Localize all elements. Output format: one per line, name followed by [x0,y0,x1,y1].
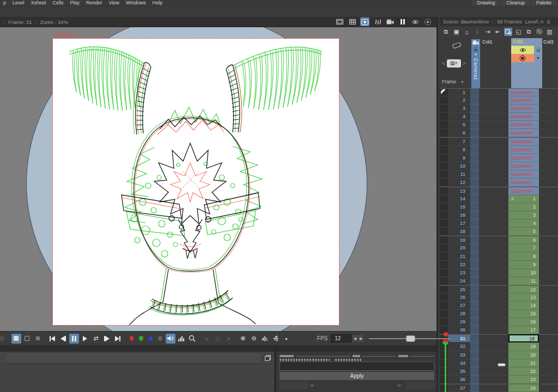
xsheet-row[interactable]: 12Daumenk~ [440,179,558,187]
cell[interactable]: Daumenk~ [508,137,539,145]
xsheet-row[interactable]: 2916 [440,318,558,326]
xsheet-row[interactable]: 6Daumenk~ [440,129,558,137]
frame-number[interactable]: 5 [448,121,470,129]
xsheet-row[interactable]: 8Daumenk~ [440,146,558,154]
previous-frame-button[interactable] [58,334,68,344]
freeze-icon[interactable] [373,17,382,26]
xsheet-row[interactable]: 3Daumenk~ [440,105,558,113]
new-level-button[interactable]: ▤+ [447,59,461,68]
frame-number[interactable]: 22 [448,261,470,269]
xsheet-row[interactable]: 2815 [440,310,558,318]
xsheet-title-bar[interactable]: Scene: daumenkino :: 58 Frames Level: A … [440,17,558,26]
bottom-left-panel-header[interactable] [4,352,262,363]
cell[interactable]: 18 [508,334,539,342]
settings-gear-icon[interactable] [0,334,7,344]
cell[interactable]: 14 [508,302,539,310]
menu-item-windows[interactable]: Windows [123,0,149,6]
xsheet-row[interactable]: 1Daumenk~ [440,88,558,96]
next-marker-button[interactable]: > [223,334,233,344]
first-frame-button[interactable] [47,334,57,344]
room-tab-palette[interactable]: Palette [530,0,557,6]
xsheet-row[interactable]: 2714 [440,302,558,310]
xsheet-rows[interactable]: 1Daumenk~2Daumenk~3Daumenk~4Daumenk~5Dau… [440,88,558,392]
menu-item-render[interactable]: Render [83,0,106,6]
frame-number[interactable]: 33 [448,351,470,359]
fps-increment-button[interactable]: ▶ [359,335,363,342]
xsheet-row[interactable]: 3017 [440,326,558,334]
frame-number[interactable]: 32 [448,342,470,351]
cell-drag-handle[interactable] [498,363,506,366]
frame-number[interactable]: 20 [448,244,470,252]
cell[interactable]: 7 [508,244,539,252]
chevron-down-icon[interactable]: ▼ [474,53,477,56]
cell[interactable]: 23 [508,376,539,384]
frame-header[interactable]: Frame ▼ [442,77,471,86]
cell[interactable]: Daumenk~ [508,179,539,187]
menu-item-help[interactable]: Help [149,0,166,6]
frame-number[interactable]: 9 [448,154,470,162]
xsheet-row[interactable]: 185 [440,228,558,236]
xsheet-row[interactable]: 3522 [440,367,558,376]
cell[interactable]: Daumenk~ [508,88,539,96]
frame-number[interactable]: 4 [448,113,470,121]
camera-icon[interactable] [385,17,395,26]
cell[interactable]: 4 [508,219,539,228]
room-tab-drawing[interactable]: Drawing [471,0,500,6]
frame-number[interactable]: 1 [448,88,470,96]
menu-item-truncated[interactable]: p [0,0,9,6]
cell[interactable]: Daumenk~ [508,170,539,179]
frame-number[interactable]: 15 [448,203,470,211]
frame-number[interactable]: 35 [448,367,470,376]
blue-channel-button[interactable] [149,336,153,341]
green-channel-button[interactable] [139,336,143,341]
xsheet-row[interactable]: 3219 [440,342,558,351]
cell[interactable]: 16 [508,318,539,326]
viewer-title-bar[interactable]: :: Frame: 31 :: Zoom : 34% [0,17,436,27]
new-raster-level-icon[interactable]: ▣ [452,28,460,36]
display-mode-preview-button[interactable] [22,334,32,344]
cell[interactable]: 15 [508,310,539,318]
text-input-field[interactable] [280,362,434,371]
xsheet-row[interactable]: 196 [440,236,558,244]
frame-number[interactable]: 11 [448,170,470,179]
xsheet-row[interactable]: 152 [440,203,558,211]
cell[interactable]: 20 [508,351,539,359]
bottom-left-mini-button[interactable] [280,382,308,389]
cell[interactable]: 1A [508,195,539,203]
menu-item-play[interactable]: Play [67,0,83,6]
set-marker-button[interactable]: ◇ [213,334,222,344]
cell[interactable]: 22 [508,367,539,376]
xsheet-row[interactable]: 3724 [440,384,558,392]
cell[interactable]: Daumenk~ [508,113,539,121]
fps-input[interactable]: 12 [331,334,351,342]
cell[interactable]: 5 [508,228,539,236]
onion-skin-icon[interactable]: Ⓝ [535,28,543,36]
frame-number[interactable]: 19 [448,236,470,244]
cell[interactable]: 3 [508,211,539,219]
menu-item-xsheet[interactable]: Xsheet [28,0,50,6]
next-frame-button[interactable] [102,334,112,344]
save-level-icon[interactable]: ⇤ [494,28,502,36]
onion-skin-dot[interactable] [444,332,448,336]
panel-windows-button[interactable] [263,353,272,362]
cell[interactable]: 17 [508,326,539,334]
frame-number[interactable]: 7 [448,137,470,145]
xsheet-row[interactable]: 2512 [440,285,558,293]
prev-arrow[interactable]: < [442,60,445,66]
eye-icon[interactable] [410,17,420,26]
frame-number[interactable]: 30 [448,326,470,334]
cell[interactable]: Daumenk~ [508,121,539,129]
red-channel-button[interactable] [130,336,134,341]
xsheet-row[interactable]: 10Daumenk~ [440,162,558,170]
field-guide-icon[interactable] [335,17,344,26]
xsheet-row[interactable]: 2310 [440,269,558,277]
grid-icon[interactable] [348,17,357,26]
xsheet-row[interactable]: 141A [440,195,558,203]
cell[interactable]: Daumenk~ [508,105,539,113]
frame-number[interactable]: 8 [448,146,470,154]
camstand-view-icon[interactable] [360,17,369,26]
load-level-icon[interactable]: ⇥ [483,28,492,36]
pause-icon[interactable] [398,17,407,26]
frame-number[interactable]: 26 [448,293,470,302]
xsheet-row[interactable]: 11Daumenk~ [440,170,558,179]
